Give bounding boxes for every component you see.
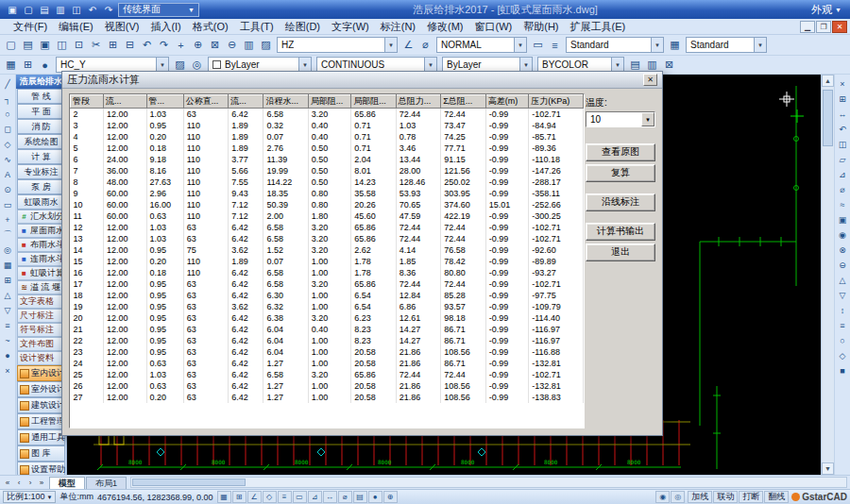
palette-item2-5[interactable]: ≋溢 流 堰	[17, 280, 65, 294]
table-row[interactable]: 1212.001.03636.426.583.2065.8672.4472.44…	[71, 222, 584, 233]
tab-nav-icon-3[interactable]: »	[36, 479, 47, 487]
bulb-off-icon[interactable]: ◎	[671, 491, 685, 503]
palette-nav-3[interactable]: 工程管理	[17, 413, 65, 429]
block-icon[interactable]: ⊞	[1, 273, 15, 287]
menu-item-5[interactable]: 工具(T)	[234, 20, 280, 34]
preview-icon[interactable]: ⊡	[71, 37, 87, 53]
table-row[interactable]: 512.000.181101.892.760.500.713.4677.71-0…	[71, 143, 584, 154]
rotate-icon[interactable]: ↶	[836, 122, 850, 136]
layer-prev-icon[interactable]: ●	[37, 57, 53, 73]
table-style-icon[interactable]: ≡	[547, 37, 563, 53]
palette-item-3[interactable]: 系统绘图	[17, 134, 65, 149]
hatch-icon[interactable]: ▦	[1, 258, 15, 272]
redo-icon[interactable]: ↷	[101, 3, 116, 17]
properties-icon[interactable]: ▥	[241, 37, 257, 53]
table-header-6[interactable]: 局部阻...	[308, 95, 350, 109]
table-row[interactable]: 848.0027.631107.55114.220.5014.23128.462…	[71, 176, 584, 188]
menu-item-9[interactable]: 修改(M)	[421, 20, 469, 34]
measure-icon[interactable]: ◇	[836, 348, 850, 362]
table-row[interactable]: 2112.000.95636.426.040.408.2314.2786.71-…	[71, 324, 584, 335]
plot-icon[interactable]: ◫	[54, 37, 70, 53]
appearance-menu[interactable]: 外观 ▼	[811, 3, 845, 17]
table-header-2[interactable]: 管...	[146, 95, 183, 109]
palette-item2-10[interactable]: 设计资料	[17, 351, 65, 365]
menu-item-12[interactable]: 扩展工具(E)	[565, 20, 632, 34]
rectangle-icon[interactable]: ◻	[1, 122, 15, 136]
zoom-window-icon[interactable]: ⊠	[207, 37, 223, 53]
extend-icon[interactable]: ▽	[836, 288, 850, 302]
palette-nav-4[interactable]: 通用工具	[17, 429, 65, 445]
table-row[interactable]: 412.000.201101.890.070.400.710.7874.25-0…	[71, 131, 584, 143]
palette-item-0[interactable]: 管 线	[17, 89, 65, 104]
ellipse-icon[interactable]: ◎	[1, 243, 15, 257]
menu-item-4[interactable]: 格式(O)	[187, 20, 234, 34]
scale-selector[interactable]: 比例1:100 ▼	[3, 491, 56, 503]
exit-button[interactable]: 退出	[586, 244, 655, 261]
table-row[interactable]: 2012.000.95636.426.383.206.2312.6198.18-…	[71, 312, 584, 324]
table-row[interactable]: 1812.000.95636.426.301.006.5412.8485.28-…	[71, 290, 584, 301]
table-row[interactable]: 624.009.181103.7711.390.502.0413.4491.15…	[71, 154, 584, 165]
pan-icon[interactable]: +	[173, 37, 189, 53]
zoom-previous-icon[interactable]: ⊖	[224, 37, 240, 53]
menu-item-8[interactable]: 标注(N)	[375, 20, 421, 34]
polar-icon[interactable]: ◇	[263, 491, 277, 503]
dimstyle-combo[interactable]: NORMAL ▼	[436, 37, 527, 53]
palette-item-6[interactable]: 泵 房	[17, 179, 65, 194]
table-row[interactable]: 736.008.161105.6619.990.508.0128.00121.5…	[71, 165, 584, 176]
palette-nav-6[interactable]: 设置帮助	[17, 462, 65, 475]
table-row[interactable]: 1512.000.201101.890.071.001.781.8578.42-…	[71, 256, 584, 267]
menu-item-2[interactable]: 视图(V)	[99, 20, 145, 34]
palette-item-4[interactable]: 计 算	[17, 149, 65, 164]
revision-cloud-icon[interactable]: ~	[1, 333, 15, 347]
copy-object-icon[interactable]: ⊞	[836, 92, 850, 106]
trim-icon[interactable]: ⊿	[836, 167, 850, 181]
solid-icon[interactable]: ●	[1, 348, 15, 362]
palette-nav-5[interactable]: 图 库	[17, 445, 65, 462]
table-header-10[interactable]: 高差(m)	[485, 95, 528, 109]
scrollbar-thumb[interactable]	[823, 90, 833, 146]
layer-off-icon[interactable]: ⊠	[661, 57, 677, 73]
app-icon[interactable]: ▣	[5, 3, 20, 17]
palette-item2-4[interactable]: ■虹吸计算	[17, 266, 65, 280]
menu-item-0[interactable]: 文件(F)	[8, 20, 53, 34]
polyline-icon[interactable]: ┐	[1, 92, 15, 106]
undo-icon[interactable]: ↶	[139, 37, 155, 53]
scale-icon[interactable]: ◉	[836, 227, 850, 242]
chamfer-icon[interactable]: △	[836, 273, 850, 287]
dyn-ucs-icon[interactable]: ⊿	[308, 491, 322, 503]
horizontal-scrollbar[interactable]	[130, 477, 847, 488]
annotate-along-line-button[interactable]: 沿线标注	[586, 193, 655, 211]
menu-item-3[interactable]: 插入(I)	[144, 20, 186, 34]
restore-button[interactable]: ❐	[816, 21, 831, 33]
offset-icon[interactable]: ≈	[836, 197, 850, 211]
triangle-up-icon[interactable]: △	[1, 288, 15, 302]
palette-item2-2[interactable]: ■布雨水斗	[17, 238, 65, 252]
layout-tab-0[interactable]: 模型	[49, 477, 85, 489]
explode-icon[interactable]: ⊗	[836, 243, 850, 257]
undo-icon[interactable]: ↶	[85, 3, 100, 17]
point-icon[interactable]: +	[1, 212, 15, 227]
table-header-11[interactable]: 压力(KPa)	[529, 95, 584, 109]
tab-nav-icon-0[interactable]: «	[2, 479, 13, 487]
donut-icon[interactable]: ⊙	[1, 182, 15, 196]
table-header-0[interactable]: 管段	[71, 95, 104, 109]
cut-icon[interactable]: ✂	[88, 37, 104, 53]
palette-item2-6[interactable]: 文字表格	[17, 294, 65, 309]
table-row[interactable]: 212.001.03636.426.583.2065.8672.4472.44-…	[71, 109, 584, 120]
dyn-input-icon[interactable]: ↔	[323, 491, 337, 503]
table-row[interactable]: 1912.000.95633.626.321.006.546.8693.57-0…	[71, 301, 584, 312]
paste-icon[interactable]: ⊟	[122, 37, 138, 53]
pedit-icon[interactable]: ■	[836, 363, 850, 378]
palette-item-7[interactable]: 虹吸雨水	[17, 194, 65, 210]
recalculate-button[interactable]: 复算	[586, 164, 655, 182]
export-report-button[interactable]: 计算书输出	[586, 223, 655, 241]
scroll-down-icon[interactable]: ▼	[822, 462, 834, 475]
table-header-7[interactable]: 局部阻...	[351, 95, 396, 109]
table-row[interactable]: 2312.000.95636.426.041.0020.5821.86108.5…	[71, 346, 584, 358]
close-button[interactable]: ✕	[832, 21, 847, 33]
polygon-icon[interactable]: ◇	[1, 137, 15, 151]
status-toggle-1[interactable]: 联动	[713, 491, 738, 503]
snap-icon[interactable]: ▦	[217, 491, 231, 503]
palette-nav-1[interactable]: 室外设计	[17, 381, 65, 397]
xline-icon[interactable]: ×	[1, 363, 15, 378]
